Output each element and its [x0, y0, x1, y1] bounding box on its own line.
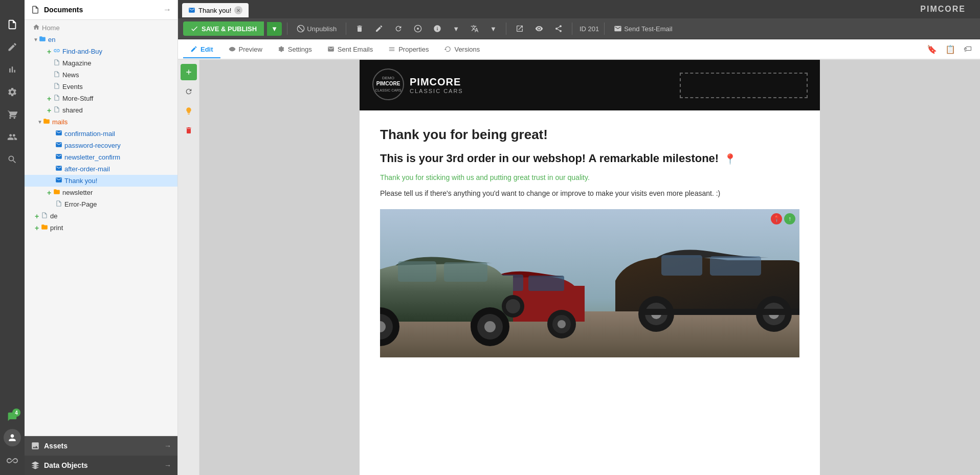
tab-close-btn[interactable]: ✕ — [234, 6, 242, 14]
sidebar-infinity-icon[interactable] — [2, 450, 23, 471]
tab-versions[interactable]: Versions — [437, 41, 487, 58]
sidebar-pen-icon[interactable] — [2, 37, 23, 57]
add-icon-de[interactable]: + — [33, 212, 41, 220]
eye-icon — [535, 25, 543, 33]
send-test-email-button[interactable]: Send Test-Email — [610, 22, 676, 35]
assets-arrow: → — [164, 442, 171, 450]
tree-item-password-recovery[interactable]: password-recovery — [25, 140, 177, 151]
tab-edit[interactable]: Edit — [183, 41, 220, 58]
tab-mail-icon — [188, 7, 195, 14]
email-logo: DEMO PIMCORE CLASSIC CARS PIMCORE CLASSI… — [372, 68, 463, 102]
tree-item-newsletter-confirm[interactable]: newsletter_confirm — [25, 151, 177, 163]
tree-item-thank-you[interactable]: Thank you! — [25, 175, 177, 187]
folder-icon-mails — [43, 118, 50, 126]
tree-item-more-stuff[interactable]: + More-Stuff — [25, 93, 177, 104]
image-target-btn[interactable]: 📍 — [771, 213, 782, 224]
tree-item-newsletter[interactable]: + newsletter — [25, 187, 177, 198]
tree-label-de: de — [50, 212, 173, 220]
doc-icon-events — [53, 82, 60, 91]
sidebar-chart-icon[interactable] — [2, 59, 23, 80]
tree-item-mails[interactable]: ▼ mails — [25, 116, 177, 128]
add-icon-more[interactable]: + — [45, 95, 53, 103]
tab-preview-label: Preview — [239, 46, 262, 53]
resize-handle[interactable] — [978, 0, 980, 475]
mail-icon-confirmation — [55, 129, 62, 138]
tree-item-find-and-buy[interactable]: + Find-and-Buy — [25, 46, 177, 57]
data-objects-panel-item[interactable]: Data Objects → — [25, 456, 177, 475]
tab-sent-emails-label: Sent Emails — [338, 46, 373, 53]
tree-label-news: News — [62, 71, 173, 79]
tree-item-magazine[interactable]: Magazine — [25, 57, 177, 69]
en-folder-icon — [39, 35, 46, 44]
tab-preview[interactable]: Preview — [221, 41, 270, 58]
edit-controls — [178, 60, 199, 475]
sidebar-users-icon[interactable] — [2, 127, 23, 147]
toolbar-sep-1 — [287, 22, 287, 35]
tree-item-print[interactable]: + print — [25, 222, 177, 234]
add-icon-newsletter[interactable]: + — [45, 189, 53, 197]
tree-item-error-page[interactable]: Error-Page — [25, 198, 177, 210]
sidebar-documents-icon[interactable] — [2, 14, 23, 35]
preview-eye-button[interactable] — [531, 22, 547, 35]
delete-block-btn[interactable] — [181, 122, 197, 139]
tab-settings[interactable]: Settings — [271, 41, 319, 58]
open-external-button[interactable] — [511, 22, 528, 35]
assets-panel-item[interactable]: Assets → — [25, 436, 177, 456]
unpublish-button[interactable]: Unpublish — [293, 22, 341, 35]
share-button[interactable] — [550, 22, 567, 35]
sidebar-cart-icon[interactable] — [2, 104, 23, 125]
main-area: Thank you! ✕ PIMCORE SAVE & PUBLISH ▼ Un… — [178, 0, 980, 475]
add-icon-shared[interactable]: + — [45, 106, 53, 115]
content-area: DEMO PIMCORE CLASSIC CARS PIMCORE CLASSI… — [178, 60, 980, 475]
doc-panel-arrow[interactable]: → — [163, 5, 171, 14]
cars-svg — [380, 209, 799, 357]
tab-properties[interactable]: Properties — [381, 41, 436, 58]
mail-icon-after-order — [55, 165, 62, 173]
sidebar-settings-icon[interactable] — [2, 82, 23, 102]
image-up-btn[interactable]: ↑ — [784, 213, 795, 224]
tag-action-btn[interactable]: 🏷 — [961, 42, 975, 56]
delete-button[interactable] — [351, 22, 368, 35]
app-logo — [0, 4, 25, 12]
target-button[interactable] — [410, 22, 426, 35]
tab-label: Thank you! — [198, 7, 231, 14]
translate-dropdown[interactable]: ▼ — [486, 22, 501, 35]
tree-item-confirmation-mail[interactable]: confirmation-mail — [25, 128, 177, 140]
lightbulb-btn[interactable] — [181, 103, 197, 119]
edit-button[interactable] — [371, 22, 387, 35]
email-preview: DEMO PIMCORE CLASSIC CARS PIMCORE CLASSI… — [199, 60, 980, 475]
doc-icon-more — [53, 94, 60, 103]
email-body: Thank you for being great! This is your … — [360, 110, 820, 374]
doc-panel-header: Documents → — [25, 0, 177, 20]
tab-sent-emails[interactable]: Sent Emails — [320, 41, 380, 58]
folder-icon-newsletter — [53, 188, 60, 197]
doc-panel: Documents → Home ▼ en + F — [25, 0, 178, 475]
add-icon-print[interactable]: + — [33, 224, 41, 232]
save-publish-dropdown-button[interactable]: ▼ — [267, 22, 282, 36]
add-icon-find[interactable]: + — [45, 48, 53, 56]
refresh-button[interactable] — [390, 22, 407, 35]
tree-item-en[interactable]: ▼ en — [25, 34, 177, 46]
toolbar-sep-5 — [604, 22, 605, 35]
save-publish-button[interactable]: SAVE & PUBLISH — [183, 21, 264, 36]
info-button[interactable] — [429, 22, 446, 35]
tree-label-password-recovery: password-recovery — [64, 142, 173, 149]
tree-item-shared[interactable]: + shared — [25, 104, 177, 116]
clipboard-action-btn[interactable]: 📋 — [942, 42, 959, 56]
sidebar-chat-icon[interactable] — [2, 406, 23, 427]
sidebar-user-icon[interactable] — [4, 429, 21, 446]
email-header-bar: DEMO PIMCORE CLASSIC CARS PIMCORE CLASSI… — [360, 60, 820, 110]
tree-item-after-order-mail[interactable]: after-order-mail — [25, 163, 177, 175]
tree-item-news[interactable]: News — [25, 69, 177, 81]
tree-item-events[interactable]: Events — [25, 81, 177, 93]
sidebar-search-icon[interactable] — [2, 149, 23, 170]
thank-you-tab[interactable]: Thank you! ✕ — [182, 3, 249, 17]
svg-rect-31 — [398, 261, 436, 282]
translate-button[interactable] — [466, 22, 483, 35]
bookmark-action-btn[interactable]: 🔖 — [924, 42, 940, 56]
refresh-view-btn[interactable] — [181, 83, 197, 100]
tree-item-de[interactable]: + de — [25, 210, 177, 222]
tree-item-home[interactable]: Home — [25, 22, 177, 34]
add-block-btn[interactable] — [181, 64, 197, 80]
more-button[interactable]: ▼ — [449, 22, 463, 35]
